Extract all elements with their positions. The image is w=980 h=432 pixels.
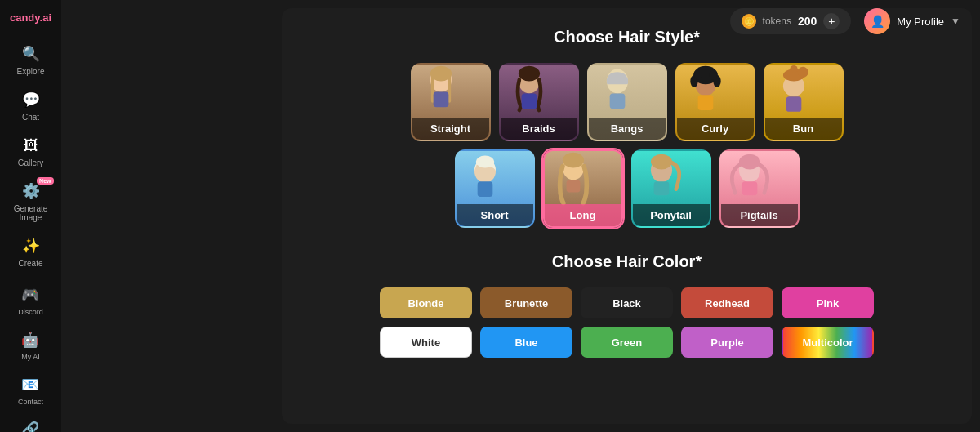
svg-point-27 <box>562 153 583 168</box>
tokens-count: 200 <box>798 15 817 28</box>
sidebar-item-generate[interactable]: New ⚙️ Generate Image <box>5 176 57 227</box>
style-card-long[interactable]: Long <box>543 149 623 228</box>
svg-rect-17 <box>697 95 713 110</box>
color-btn-blue[interactable]: Blue <box>480 327 572 358</box>
style-card-ponytail[interactable]: Ponytail <box>631 149 711 228</box>
style-card-curly[interactable]: Curly <box>675 63 755 141</box>
profile-chevron-icon: ▼ <box>951 16 960 27</box>
svg-point-30 <box>650 154 671 170</box>
svg-point-20 <box>797 67 808 78</box>
sidebar: candy.ai 🔍 Explore 💬 Chat 🖼 Gallery New … <box>0 0 61 432</box>
svg-rect-22 <box>786 96 801 112</box>
svg-rect-7 <box>521 93 537 109</box>
color-btn-pink[interactable]: Pink <box>782 287 874 318</box>
straight-hair-image <box>412 65 470 122</box>
color-btn-multicolor[interactable]: Multicolor <box>782 327 874 358</box>
hair-style-row2: Short Long Ponytail <box>308 149 946 228</box>
sidebar-label-generate: Generate Image <box>8 204 54 222</box>
new-badge: New <box>37 177 53 185</box>
ponytail-hair-image <box>633 151 690 208</box>
curly-hair-image <box>677 65 734 122</box>
sidebar-item-explore[interactable]: 🔍 Explore <box>5 38 57 81</box>
add-tokens-button[interactable]: + <box>823 13 840 29</box>
color-btn-redhead[interactable]: Redhead <box>681 287 773 318</box>
style-card-short[interactable]: Short <box>455 149 535 228</box>
hair-color-title: Choose Hair Color* <box>308 252 946 271</box>
sidebar-item-affiliate[interactable]: 🔗 Affiliate <box>4 414 56 432</box>
ponytail-label: Ponytail <box>633 204 710 226</box>
color-row-1: Blonde Brunette Black Redhead Pink <box>308 287 946 318</box>
bun-label: Bun <box>765 118 842 140</box>
sidebar-item-create[interactable]: ✨ Create <box>5 230 57 273</box>
gallery-icon: 🖼 <box>20 135 42 156</box>
sidebar-label-chat: Chat <box>22 113 39 122</box>
sidebar-label-gallery: Gallery <box>18 158 44 167</box>
left-panel <box>61 0 274 432</box>
svg-point-24 <box>475 156 493 168</box>
hair-color-section: Choose Hair Color* Blonde Brunette Black… <box>308 252 946 358</box>
braids-label: Braids <box>501 118 577 140</box>
sidebar-item-gallery[interactable]: 🖼 Gallery <box>5 130 57 172</box>
token-coin-icon: 🪙 <box>742 14 756 29</box>
color-btn-blonde[interactable]: Blonde <box>380 287 472 318</box>
main-content: Choose Hair Style* Straight <box>282 8 972 424</box>
create-icon: ✨ <box>20 235 42 256</box>
sidebar-label-create: Create <box>18 259 42 268</box>
color-btn-purple[interactable]: Purple <box>681 327 773 358</box>
sidebar-label-explore: Explore <box>17 67 45 76</box>
color-btn-green[interactable]: Green <box>581 327 673 358</box>
profile-label: My Profile <box>897 16 944 28</box>
long-hair-image <box>545 151 602 208</box>
profile-button[interactable]: 👤 My Profile ▼ <box>864 8 960 34</box>
svg-point-3 <box>430 66 451 82</box>
svg-rect-25 <box>477 181 492 197</box>
chat-icon: 💬 <box>20 89 42 110</box>
tokens-label: tokens <box>763 16 791 27</box>
svg-rect-28 <box>566 180 580 192</box>
pigtails-hair-image <box>721 151 778 208</box>
sidebar-bottom: 🎮 Discord 🤖 My AI 📧 Contact 🔗 Affiliate … <box>3 279 59 432</box>
svg-point-15 <box>694 70 702 79</box>
svg-point-33 <box>738 154 760 170</box>
top-header: 🪙 tokens 200 + 👤 My Profile ▼ <box>61 0 980 42</box>
svg-point-21 <box>790 65 797 73</box>
svg-rect-9 <box>606 78 627 84</box>
affiliate-icon: 🔗 <box>20 419 41 432</box>
style-card-bangs[interactable]: Bangs <box>587 63 667 141</box>
bangs-hair-image <box>589 65 646 122</box>
color-grid: Blonde Brunette Black Redhead Pink White… <box>308 287 946 358</box>
short-label: Short <box>457 204 533 226</box>
svg-rect-4 <box>433 92 448 108</box>
color-btn-black[interactable]: Black <box>581 287 673 318</box>
explore-icon: 🔍 <box>20 43 42 65</box>
app-logo[interactable]: candy.ai <box>3 8 58 27</box>
color-btn-white[interactable]: White <box>380 327 472 358</box>
color-row-2: White Blue Green Purple Multicolor <box>308 327 946 358</box>
sidebar-item-chat[interactable]: 💬 Chat <box>5 84 57 127</box>
token-badge[interactable]: 🪙 tokens 200 + <box>730 8 852 34</box>
bangs-label: Bangs <box>589 118 666 140</box>
style-card-pigtails[interactable]: Pigtails <box>719 149 800 228</box>
long-label: Long <box>545 204 621 226</box>
braids-hair-image <box>501 65 558 122</box>
style-card-braids[interactable]: Braids <box>499 63 579 141</box>
my-ai-icon: 🤖 <box>20 329 41 350</box>
style-card-bun[interactable]: Bun <box>764 63 844 141</box>
hair-style-section: Choose Hair Style* Straight <box>308 28 946 228</box>
sidebar-item-contact[interactable]: 📧 Contact <box>4 369 56 411</box>
color-btn-brunette[interactable]: Brunette <box>480 287 572 318</box>
contact-icon: 📧 <box>20 374 41 395</box>
logo-text: candy.ai <box>10 11 51 24</box>
discord-icon: 🎮 <box>20 284 41 305</box>
sidebar-label-my-ai: My AI <box>21 353 40 361</box>
svg-rect-10 <box>609 93 625 109</box>
bun-hair-image <box>765 65 822 122</box>
sidebar-label-discord: Discord <box>18 308 43 316</box>
sidebar-item-my-ai[interactable]: 🤖 My AI <box>4 324 56 366</box>
curly-label: Curly <box>677 118 754 140</box>
style-card-straight[interactable]: Straight <box>411 63 491 141</box>
straight-label: Straight <box>412 118 489 140</box>
svg-point-6 <box>518 66 539 82</box>
profile-avatar: 👤 <box>864 8 890 34</box>
sidebar-item-discord[interactable]: 🎮 Discord <box>4 279 56 321</box>
